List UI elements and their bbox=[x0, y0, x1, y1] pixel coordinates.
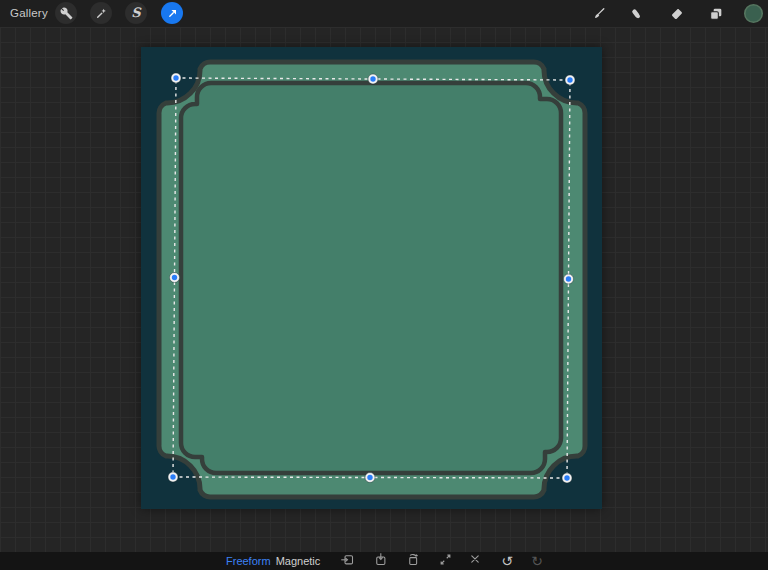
canvas[interactable] bbox=[141, 47, 602, 509]
transform-handle-top-right[interactable] bbox=[565, 75, 575, 85]
flip-vertical-icon bbox=[373, 552, 388, 570]
transform-options-bar: Freeform Magnetic bbox=[0, 552, 768, 570]
smudge-button[interactable] bbox=[625, 3, 647, 25]
gallery-button[interactable]: Gallery bbox=[10, 0, 48, 27]
procreate-app: { "app": {"title": "Procreate transform … bbox=[0, 0, 768, 570]
undo-button[interactable]: ↺ bbox=[499, 553, 515, 569]
x-icon bbox=[468, 552, 482, 570]
workspace-grid bbox=[0, 27, 768, 552]
mode-freeform[interactable]: Freeform bbox=[226, 552, 270, 570]
redo-button[interactable]: ↻ bbox=[529, 553, 545, 569]
brush-icon bbox=[591, 6, 607, 22]
transform-handle-bottom-right[interactable] bbox=[562, 473, 572, 483]
fit-canvas-button[interactable] bbox=[437, 553, 453, 569]
reset-button[interactable] bbox=[467, 553, 483, 569]
transform-handle-left-mid[interactable] bbox=[170, 273, 180, 283]
wrench-icon bbox=[60, 7, 73, 20]
erase-button[interactable] bbox=[665, 3, 687, 25]
fit-canvas-icon bbox=[438, 552, 453, 570]
transform-handle-top-left[interactable] bbox=[171, 73, 181, 83]
transform-handle-bottom-mid[interactable] bbox=[365, 473, 375, 483]
selection-s-icon: S bbox=[131, 5, 140, 20]
transform-button[interactable] bbox=[161, 2, 183, 24]
color-button[interactable] bbox=[742, 2, 764, 24]
transform-handle-right-mid[interactable] bbox=[564, 274, 574, 284]
rotate-45-icon bbox=[406, 552, 421, 570]
finger-icon bbox=[628, 6, 644, 22]
frame-inner-border bbox=[181, 83, 561, 473]
transform-handle-bottom-left[interactable] bbox=[168, 472, 178, 482]
layers-button[interactable] bbox=[705, 3, 727, 25]
mode-magnetic[interactable]: Magnetic bbox=[274, 552, 322, 570]
paint-button[interactable] bbox=[588, 3, 610, 25]
actions-button[interactable] bbox=[55, 2, 77, 24]
transform-handle-top-mid[interactable] bbox=[368, 74, 378, 84]
rotate-45-button[interactable] bbox=[405, 553, 421, 569]
selection-button[interactable]: S bbox=[125, 2, 147, 24]
flip-horizontal-icon bbox=[340, 552, 355, 570]
color-circle-icon bbox=[743, 3, 764, 24]
adjustments-button[interactable] bbox=[90, 2, 112, 24]
move-arrow-icon bbox=[166, 7, 179, 20]
layers-icon bbox=[708, 6, 724, 22]
redo-icon: ↻ bbox=[531, 553, 543, 569]
undo-icon: ↺ bbox=[501, 553, 513, 569]
flip-vertical-button[interactable] bbox=[372, 553, 388, 569]
top-toolbar: Gallery S bbox=[0, 0, 768, 27]
eraser-icon bbox=[669, 7, 684, 22]
flip-horizontal-button[interactable] bbox=[339, 553, 355, 569]
magic-wand-icon bbox=[95, 7, 108, 20]
